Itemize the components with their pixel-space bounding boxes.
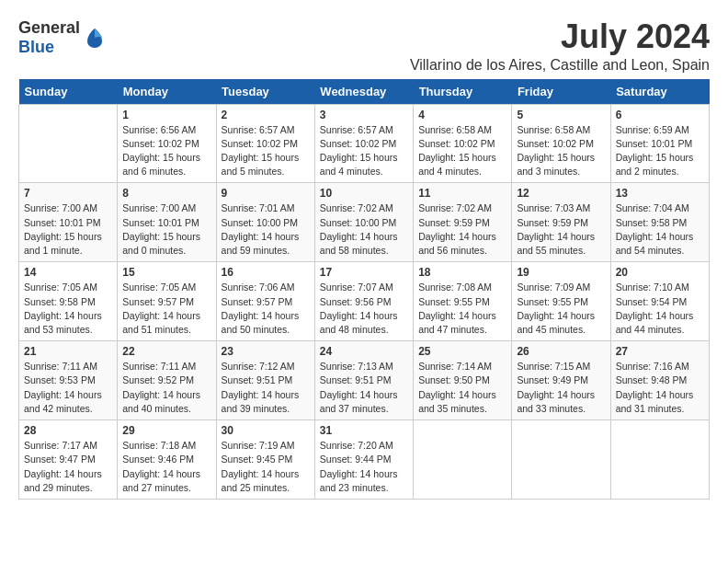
table-row: 9Sunrise: 7:01 AMSunset: 10:00 PMDayligh… (216, 183, 314, 262)
day-number: 17 (320, 266, 408, 279)
day-number: 7 (24, 187, 112, 200)
table-row: 8Sunrise: 7:00 AMSunset: 10:01 PMDayligh… (118, 183, 216, 262)
day-info: Sunrise: 7:14 AMSunset: 9:50 PMDaylight:… (418, 361, 496, 414)
day-info: Sunrise: 7:00 AMSunset: 10:01 PMDaylight… (24, 202, 102, 256)
header-day-tuesday: Tuesday (216, 79, 314, 105)
table-row: 22Sunrise: 7:11 AMSunset: 9:52 PMDayligh… (118, 341, 216, 420)
table-row (512, 420, 610, 500)
day-number: 27 (616, 345, 704, 358)
day-number: 3 (320, 109, 408, 121)
day-info: Sunrise: 7:05 AMSunset: 9:58 PMDaylight:… (24, 282, 102, 335)
day-number: 24 (320, 345, 408, 358)
day-info: Sunrise: 7:03 AMSunset: 9:59 PMDaylight:… (517, 202, 595, 256)
day-info: Sunrise: 7:16 AMSunset: 9:48 PMDaylight:… (616, 361, 694, 414)
table-row: 10Sunrise: 7:02 AMSunset: 10:00 PMDaylig… (314, 183, 413, 262)
day-info: Sunrise: 7:04 AMSunset: 9:58 PMDaylight:… (616, 202, 694, 256)
header-day-saturday: Saturday (610, 79, 709, 105)
table-row: 4Sunrise: 6:58 AMSunset: 10:02 PMDayligh… (414, 104, 512, 183)
table-row: 31Sunrise: 7:20 AMSunset: 9:44 PMDayligh… (314, 420, 413, 500)
table-row: 20Sunrise: 7:10 AMSunset: 9:54 PMDayligh… (610, 262, 709, 341)
table-row: 19Sunrise: 7:09 AMSunset: 9:55 PMDayligh… (512, 262, 610, 341)
table-row: 1Sunrise: 6:56 AMSunset: 10:02 PMDayligh… (118, 104, 216, 183)
table-row (414, 420, 512, 500)
day-number: 11 (418, 187, 506, 200)
day-number: 31 (320, 424, 408, 437)
day-info: Sunrise: 7:00 AMSunset: 10:01 PMDaylight… (122, 202, 200, 256)
table-row: 23Sunrise: 7:12 AMSunset: 9:51 PMDayligh… (216, 341, 314, 420)
header-day-wednesday: Wednesday (314, 79, 413, 105)
table-row: 12Sunrise: 7:03 AMSunset: 9:59 PMDayligh… (512, 183, 610, 262)
header-row: SundayMondayTuesdayWednesdayThursdayFrid… (19, 79, 710, 105)
day-info: Sunrise: 6:57 AMSunset: 10:02 PMDaylight… (222, 124, 300, 178)
page-header: General Blue July 2024 Villarino de los … (18, 18, 710, 74)
day-info: Sunrise: 7:20 AMSunset: 9:44 PMDaylight:… (320, 440, 398, 493)
day-number: 21 (24, 345, 112, 358)
table-row: 11Sunrise: 7:02 AMSunset: 9:59 PMDayligh… (414, 183, 512, 262)
main-title: July 2024 (410, 18, 710, 55)
day-number: 14 (24, 266, 112, 279)
day-info: Sunrise: 7:11 AMSunset: 9:53 PMDaylight:… (24, 361, 102, 414)
day-number: 20 (616, 266, 704, 279)
table-row: 17Sunrise: 7:07 AMSunset: 9:56 PMDayligh… (314, 262, 413, 341)
day-info: Sunrise: 7:19 AMSunset: 9:45 PMDaylight:… (222, 440, 300, 493)
table-row (19, 104, 118, 183)
table-row: 21Sunrise: 7:11 AMSunset: 9:53 PMDayligh… (19, 341, 118, 420)
day-number: 16 (222, 266, 310, 279)
header-day-thursday: Thursday (414, 79, 512, 105)
table-row: 24Sunrise: 7:13 AMSunset: 9:51 PMDayligh… (314, 341, 413, 420)
day-info: Sunrise: 6:58 AMSunset: 10:02 PMDaylight… (418, 124, 496, 178)
day-info: Sunrise: 7:08 AMSunset: 9:55 PMDaylight:… (418, 282, 496, 335)
day-info: Sunrise: 7:06 AMSunset: 9:57 PMDaylight:… (222, 282, 300, 335)
table-row: 18Sunrise: 7:08 AMSunset: 9:55 PMDayligh… (414, 262, 512, 341)
day-number: 2 (222, 109, 310, 121)
day-number: 13 (616, 187, 704, 200)
week-row-5: 28Sunrise: 7:17 AMSunset: 9:47 PMDayligh… (19, 420, 710, 500)
day-info: Sunrise: 7:17 AMSunset: 9:47 PMDaylight:… (24, 440, 102, 493)
calendar-body: 1Sunrise: 6:56 AMSunset: 10:02 PMDayligh… (19, 104, 710, 499)
day-number: 5 (517, 109, 605, 121)
table-row: 27Sunrise: 7:16 AMSunset: 9:48 PMDayligh… (610, 341, 709, 420)
day-number: 18 (418, 266, 506, 279)
header-day-sunday: Sunday (19, 79, 118, 105)
day-number: 15 (122, 266, 210, 279)
title-area: July 2024 Villarino de los Aires, Castil… (410, 18, 710, 74)
table-row: 6Sunrise: 6:59 AMSunset: 10:01 PMDayligh… (610, 104, 709, 183)
logo-text: General Blue (18, 18, 80, 57)
day-number: 23 (222, 345, 310, 358)
day-info: Sunrise: 7:09 AMSunset: 9:55 PMDaylight:… (517, 282, 595, 335)
day-info: Sunrise: 7:02 AMSunset: 9:59 PMDaylight:… (418, 202, 496, 256)
logo: General Blue (18, 18, 108, 57)
day-info: Sunrise: 7:02 AMSunset: 10:00 PMDaylight… (320, 202, 398, 256)
table-row: 14Sunrise: 7:05 AMSunset: 9:58 PMDayligh… (19, 262, 118, 341)
logo-general: General (18, 18, 80, 37)
calendar-header: SundayMondayTuesdayWednesdayThursdayFrid… (19, 79, 710, 105)
table-row: 29Sunrise: 7:18 AMSunset: 9:46 PMDayligh… (118, 420, 216, 500)
table-row: 5Sunrise: 6:58 AMSunset: 10:02 PMDayligh… (512, 104, 610, 183)
day-info: Sunrise: 6:59 AMSunset: 10:01 PMDaylight… (616, 124, 694, 178)
day-info: Sunrise: 7:11 AMSunset: 9:52 PMDaylight:… (122, 361, 200, 414)
day-info: Sunrise: 7:01 AMSunset: 10:00 PMDaylight… (222, 202, 300, 256)
week-row-3: 14Sunrise: 7:05 AMSunset: 9:58 PMDayligh… (19, 262, 710, 341)
day-number: 6 (616, 109, 704, 121)
table-row: 13Sunrise: 7:04 AMSunset: 9:58 PMDayligh… (610, 183, 709, 262)
logo-icon (82, 25, 108, 51)
day-number: 19 (517, 266, 605, 279)
table-row: 28Sunrise: 7:17 AMSunset: 9:47 PMDayligh… (19, 420, 118, 500)
table-row: 25Sunrise: 7:14 AMSunset: 9:50 PMDayligh… (414, 341, 512, 420)
logo-blue: Blue (18, 38, 54, 56)
header-day-monday: Monday (118, 79, 216, 105)
day-info: Sunrise: 7:18 AMSunset: 9:46 PMDaylight:… (122, 440, 200, 493)
day-info: Sunrise: 6:56 AMSunset: 10:02 PMDaylight… (122, 124, 200, 178)
day-info: Sunrise: 7:05 AMSunset: 9:57 PMDaylight:… (122, 282, 200, 335)
day-number: 4 (418, 109, 506, 121)
subtitle: Villarino de los Aires, Castille and Leo… (410, 57, 710, 74)
day-info: Sunrise: 7:12 AMSunset: 9:51 PMDaylight:… (222, 361, 300, 414)
day-number: 1 (122, 109, 210, 121)
day-info: Sunrise: 7:15 AMSunset: 9:49 PMDaylight:… (517, 361, 595, 414)
week-row-1: 1Sunrise: 6:56 AMSunset: 10:02 PMDayligh… (19, 104, 710, 183)
day-info: Sunrise: 7:07 AMSunset: 9:56 PMDaylight:… (320, 282, 398, 335)
day-number: 10 (320, 187, 408, 200)
day-number: 26 (517, 345, 605, 358)
week-row-4: 21Sunrise: 7:11 AMSunset: 9:53 PMDayligh… (19, 341, 710, 420)
day-info: Sunrise: 7:13 AMSunset: 9:51 PMDaylight:… (320, 361, 398, 414)
